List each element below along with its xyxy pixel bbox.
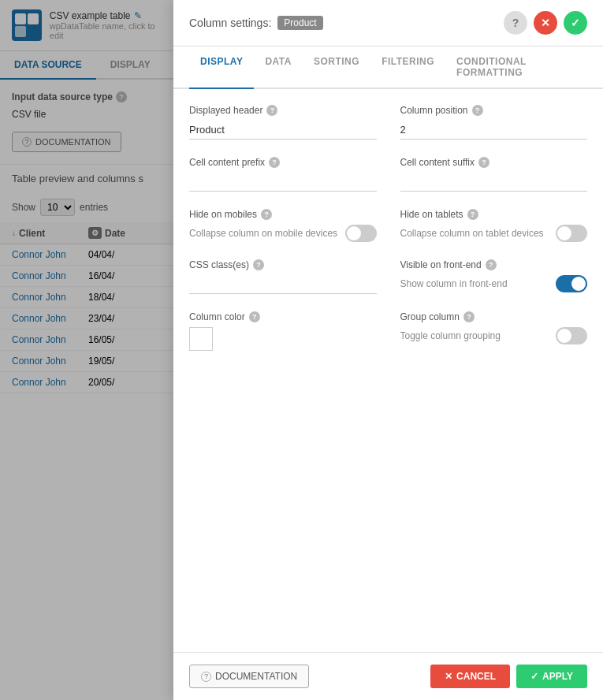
modal-title: Column settings: Product xyxy=(189,16,323,30)
displayed-header-help-icon[interactable]: ? xyxy=(266,105,277,116)
hide-tablets-desc: Collapse column on tablet devices xyxy=(400,228,544,239)
form-row-5: Column color ? Group column ? Toggle col… xyxy=(189,311,587,351)
group-column-desc: Toggle column grouping xyxy=(400,330,501,341)
cell-prefix-help-icon[interactable]: ? xyxy=(269,157,280,168)
footer-action-buttons: ✕ CANCEL ✓ APPLY xyxy=(430,665,587,688)
apply-button[interactable]: ✓ APPLY xyxy=(516,665,587,688)
footer-doc-button[interactable]: ? DOCUMENTATION xyxy=(189,665,309,688)
css-classes-help-icon[interactable]: ? xyxy=(253,259,264,270)
form-row-4: CSS class(es) ? Visible on front-end ? S… xyxy=(189,259,587,294)
group-column-label: Group column ? xyxy=(400,311,588,322)
visible-frontend-label: Visible on front-end ? xyxy=(400,259,588,270)
hide-mobiles-toggle-row: Collapse column on mobile devices xyxy=(189,225,377,242)
visible-frontend-toggle-row: Show column in front-end xyxy=(400,275,588,292)
cancel-button[interactable]: ✕ CANCEL xyxy=(430,665,510,688)
apply-check-icon: ✓ xyxy=(530,671,538,682)
cancel-icon: ✕ xyxy=(445,671,452,682)
hide-mobiles-help-icon[interactable]: ? xyxy=(261,209,272,220)
hide-tablets-group: Hide on tablets ? Collapse column on tab… xyxy=(400,209,588,242)
hide-tablets-toggle-row: Collapse column on tablet devices xyxy=(400,225,588,242)
cell-content-suffix-label: Cell content suffix ? xyxy=(400,157,588,168)
displayed-header-group: Displayed header ? xyxy=(189,105,377,140)
displayed-header-label: Displayed header ? xyxy=(189,105,377,116)
hide-tablets-toggle[interactable] xyxy=(556,225,587,242)
css-classes-group: CSS class(es) ? xyxy=(189,259,377,294)
modal-header: Column settings: Product ? ✕ ✓ xyxy=(173,0,603,47)
tab-filtering[interactable]: FILTERING xyxy=(370,47,445,88)
column-settings-modal: Column settings: Product ? ✕ ✓ DISPLAY D… xyxy=(173,0,603,700)
modal-action-buttons: ? ✕ ✓ xyxy=(504,11,587,35)
visible-frontend-desc: Show column in front-end xyxy=(400,278,508,289)
tab-display[interactable]: DISPLAY xyxy=(189,47,254,89)
column-position-input[interactable] xyxy=(400,121,588,140)
modal-body: Displayed header ? Column position ? Cel… xyxy=(173,89,603,652)
column-position-help-icon[interactable]: ? xyxy=(472,105,483,116)
cell-suffix-help-icon[interactable]: ? xyxy=(478,157,489,168)
modal-tab-bar: DISPLAY DATA SORTING FILTERING CONDITION… xyxy=(173,47,603,89)
column-color-group: Column color ? xyxy=(189,311,377,351)
column-position-label: Column position ? xyxy=(400,105,588,116)
form-row-1: Displayed header ? Column position ? xyxy=(189,105,587,140)
visible-frontend-group: Visible on front-end ? Show column in fr… xyxy=(400,259,588,294)
hide-tablets-label: Hide on tablets ? xyxy=(400,209,588,220)
hide-mobiles-desc: Collapse column on mobile devices xyxy=(189,228,337,239)
apply-icon-button[interactable]: ✓ xyxy=(564,11,587,35)
column-color-picker[interactable] xyxy=(189,327,213,351)
modal-footer: ? DOCUMENTATION ✕ CANCEL ✓ APPLY xyxy=(173,652,603,700)
column-color-help-icon[interactable]: ? xyxy=(249,311,260,322)
column-badge: Product xyxy=(277,16,322,30)
tab-conditional-formatting[interactable]: CONDITIONAL FORMATTING xyxy=(445,47,587,88)
cell-content-suffix-group: Cell content suffix ? xyxy=(400,157,588,192)
doc-circle-icon: ? xyxy=(201,672,211,682)
column-position-group: Column position ? xyxy=(400,105,588,140)
cell-content-prefix-label: Cell content prefix ? xyxy=(189,157,377,168)
group-column-toggle-row: Toggle column grouping xyxy=(400,327,588,344)
visible-frontend-help-icon[interactable]: ? xyxy=(486,259,497,270)
help-button[interactable]: ? xyxy=(504,11,527,35)
form-row-2: Cell content prefix ? Cell content suffi… xyxy=(189,157,587,192)
tab-data[interactable]: DATA xyxy=(254,47,303,88)
cell-content-suffix-input[interactable] xyxy=(400,173,588,192)
tab-sorting[interactable]: SORTING xyxy=(303,47,370,88)
cell-content-prefix-input[interactable] xyxy=(189,173,377,192)
hide-mobiles-toggle[interactable] xyxy=(345,225,377,242)
column-color-label: Column color ? xyxy=(189,311,377,322)
hide-mobiles-group: Hide on mobiles ? Collapse column on mob… xyxy=(189,209,377,242)
form-row-3: Hide on mobiles ? Collapse column on mob… xyxy=(189,209,587,242)
hide-mobiles-label: Hide on mobiles ? xyxy=(189,209,377,220)
group-column-help-icon[interactable]: ? xyxy=(463,311,475,322)
visible-frontend-toggle[interactable] xyxy=(556,275,587,292)
group-column-toggle[interactable] xyxy=(556,327,587,344)
hide-tablets-help-icon[interactable]: ? xyxy=(467,209,478,220)
css-classes-label: CSS class(es) ? xyxy=(189,259,377,270)
css-classes-input[interactable] xyxy=(189,275,377,294)
close-button[interactable]: ✕ xyxy=(534,11,557,35)
displayed-header-input[interactable] xyxy=(189,121,377,140)
group-column-group: Group column ? Toggle column grouping xyxy=(400,311,588,351)
cell-content-prefix-group: Cell content prefix ? xyxy=(189,157,377,192)
